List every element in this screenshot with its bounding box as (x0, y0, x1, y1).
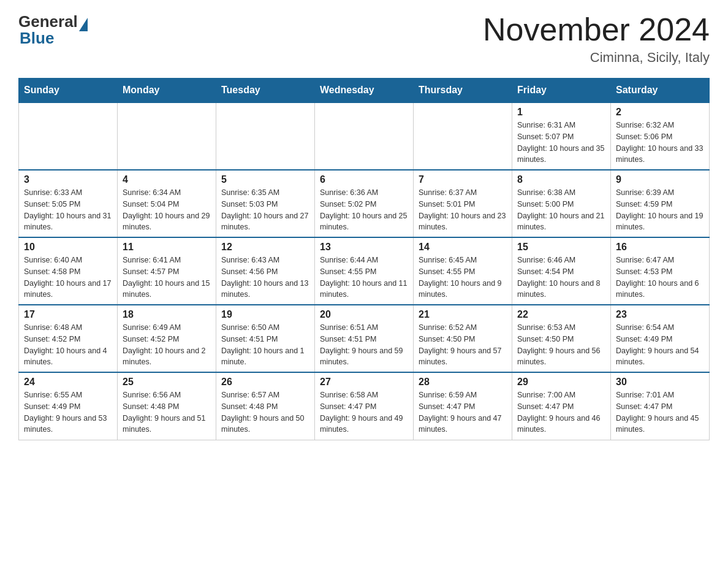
day-info: Sunrise: 6:46 AM Sunset: 4:54 PM Dayligh… (517, 255, 605, 301)
calendar-week-row: 17Sunrise: 6:48 AM Sunset: 4:52 PM Dayli… (19, 305, 710, 372)
day-number: 23 (616, 309, 704, 320)
day-info: Sunrise: 6:49 AM Sunset: 4:52 PM Dayligh… (123, 322, 211, 368)
day-info: Sunrise: 6:53 AM Sunset: 4:50 PM Dayligh… (517, 322, 605, 368)
logo: General Blue (18, 12, 88, 48)
calendar-week-row: 3Sunrise: 6:33 AM Sunset: 5:05 PM Daylig… (19, 170, 710, 237)
calendar-cell (118, 102, 216, 170)
day-info: Sunrise: 6:50 AM Sunset: 4:51 PM Dayligh… (221, 322, 309, 368)
day-number: 29 (517, 377, 605, 388)
day-number: 4 (123, 174, 211, 185)
calendar-header-thursday: Thursday (414, 79, 512, 103)
day-number: 13 (320, 242, 408, 253)
day-number: 11 (123, 242, 211, 253)
day-number: 10 (24, 242, 112, 253)
calendar-header-friday: Friday (512, 79, 611, 103)
day-info: Sunrise: 6:34 AM Sunset: 5:04 PM Dayligh… (123, 187, 211, 233)
calendar-cell: 15Sunrise: 6:46 AM Sunset: 4:54 PM Dayli… (512, 237, 611, 305)
calendar-cell: 14Sunrise: 6:45 AM Sunset: 4:55 PM Dayli… (414, 237, 512, 305)
calendar-cell: 1Sunrise: 6:31 AM Sunset: 5:07 PM Daylig… (512, 102, 611, 170)
day-info: Sunrise: 6:48 AM Sunset: 4:52 PM Dayligh… (24, 322, 112, 368)
calendar-cell: 6Sunrise: 6:36 AM Sunset: 5:02 PM Daylig… (315, 170, 414, 237)
calendar-week-row: 24Sunrise: 6:55 AM Sunset: 4:49 PM Dayli… (19, 372, 710, 440)
calendar-week-row: 10Sunrise: 6:40 AM Sunset: 4:58 PM Dayli… (19, 237, 710, 305)
location-title: Ciminna, Sicily, Italy (483, 50, 710, 66)
day-info: Sunrise: 6:43 AM Sunset: 4:56 PM Dayligh… (221, 255, 309, 301)
day-number: 1 (517, 107, 605, 118)
calendar-cell: 27Sunrise: 6:58 AM Sunset: 4:47 PM Dayli… (315, 372, 414, 440)
day-number: 12 (221, 242, 309, 253)
day-info: Sunrise: 6:51 AM Sunset: 4:51 PM Dayligh… (320, 322, 408, 368)
calendar-cell: 10Sunrise: 6:40 AM Sunset: 4:58 PM Dayli… (19, 237, 118, 305)
calendar-cell: 2Sunrise: 6:32 AM Sunset: 5:06 PM Daylig… (611, 102, 710, 170)
calendar-header-row: SundayMondayTuesdayWednesdayThursdayFrid… (19, 79, 710, 103)
day-number: 9 (616, 174, 704, 185)
calendar-cell: 30Sunrise: 7:01 AM Sunset: 4:47 PM Dayli… (611, 372, 710, 440)
day-number: 5 (221, 174, 309, 185)
calendar-cell: 21Sunrise: 6:52 AM Sunset: 4:50 PM Dayli… (414, 305, 512, 372)
month-title: November 2024 (483, 12, 710, 47)
day-number: 7 (419, 174, 507, 185)
day-number: 25 (123, 377, 211, 388)
day-info: Sunrise: 6:58 AM Sunset: 4:47 PM Dayligh… (320, 389, 408, 435)
calendar-week-row: 1Sunrise: 6:31 AM Sunset: 5:07 PM Daylig… (19, 102, 710, 170)
day-number: 20 (320, 309, 408, 320)
day-number: 24 (24, 377, 112, 388)
calendar-header-wednesday: Wednesday (315, 79, 414, 103)
calendar-cell: 7Sunrise: 6:37 AM Sunset: 5:01 PM Daylig… (414, 170, 512, 237)
calendar-cell: 18Sunrise: 6:49 AM Sunset: 4:52 PM Dayli… (118, 305, 216, 372)
calendar-table: SundayMondayTuesdayWednesdayThursdayFrid… (18, 78, 710, 440)
calendar-cell: 9Sunrise: 6:39 AM Sunset: 4:59 PM Daylig… (611, 170, 710, 237)
day-info: Sunrise: 6:55 AM Sunset: 4:49 PM Dayligh… (24, 389, 112, 435)
day-info: Sunrise: 6:56 AM Sunset: 4:48 PM Dayligh… (123, 389, 211, 435)
calendar-cell: 29Sunrise: 7:00 AM Sunset: 4:47 PM Dayli… (512, 372, 611, 440)
day-number: 18 (123, 309, 211, 320)
calendar-cell: 24Sunrise: 6:55 AM Sunset: 4:49 PM Dayli… (19, 372, 118, 440)
calendar-cell: 13Sunrise: 6:44 AM Sunset: 4:55 PM Dayli… (315, 237, 414, 305)
day-info: Sunrise: 6:36 AM Sunset: 5:02 PM Dayligh… (320, 187, 408, 233)
calendar-cell: 26Sunrise: 6:57 AM Sunset: 4:48 PM Dayli… (216, 372, 315, 440)
calendar-cell: 17Sunrise: 6:48 AM Sunset: 4:52 PM Dayli… (19, 305, 118, 372)
day-number: 14 (419, 242, 507, 253)
calendar-header-sunday: Sunday (19, 79, 118, 103)
calendar-cell (414, 102, 512, 170)
day-info: Sunrise: 6:33 AM Sunset: 5:05 PM Dayligh… (24, 187, 112, 233)
day-number: 3 (24, 174, 112, 185)
day-number: 27 (320, 377, 408, 388)
day-number: 15 (517, 242, 605, 253)
day-number: 2 (616, 107, 704, 118)
calendar-cell: 5Sunrise: 6:35 AM Sunset: 5:03 PM Daylig… (216, 170, 315, 237)
calendar-cell: 22Sunrise: 6:53 AM Sunset: 4:50 PM Dayli… (512, 305, 611, 372)
day-info: Sunrise: 6:41 AM Sunset: 4:57 PM Dayligh… (123, 255, 211, 301)
calendar-header-monday: Monday (118, 79, 216, 103)
day-number: 19 (221, 309, 309, 320)
day-info: Sunrise: 6:32 AM Sunset: 5:06 PM Dayligh… (616, 120, 704, 166)
day-info: Sunrise: 6:37 AM Sunset: 5:01 PM Dayligh… (419, 187, 507, 233)
day-number: 28 (419, 377, 507, 388)
day-info: Sunrise: 6:59 AM Sunset: 4:47 PM Dayligh… (419, 389, 507, 435)
day-number: 22 (517, 309, 605, 320)
calendar-cell (19, 102, 118, 170)
day-info: Sunrise: 6:47 AM Sunset: 4:53 PM Dayligh… (616, 255, 704, 301)
calendar-header-tuesday: Tuesday (216, 79, 315, 103)
page-header: General Blue November 2024 Ciminna, Sici… (18, 12, 710, 66)
calendar-cell: 19Sunrise: 6:50 AM Sunset: 4:51 PM Dayli… (216, 305, 315, 372)
day-number: 17 (24, 309, 112, 320)
day-info: Sunrise: 6:45 AM Sunset: 4:55 PM Dayligh… (419, 255, 507, 301)
calendar-cell: 3Sunrise: 6:33 AM Sunset: 5:05 PM Daylig… (19, 170, 118, 237)
day-info: Sunrise: 6:35 AM Sunset: 5:03 PM Dayligh… (221, 187, 309, 233)
calendar-cell (315, 102, 414, 170)
calendar-cell (216, 102, 315, 170)
day-info: Sunrise: 6:57 AM Sunset: 4:48 PM Dayligh… (221, 389, 309, 435)
day-info: Sunrise: 6:52 AM Sunset: 4:50 PM Dayligh… (419, 322, 507, 368)
day-number: 16 (616, 242, 704, 253)
calendar-cell: 11Sunrise: 6:41 AM Sunset: 4:57 PM Dayli… (118, 237, 216, 305)
title-area: November 2024 Ciminna, Sicily, Italy (483, 12, 710, 66)
day-info: Sunrise: 7:01 AM Sunset: 4:47 PM Dayligh… (616, 389, 704, 435)
calendar-cell: 12Sunrise: 6:43 AM Sunset: 4:56 PM Dayli… (216, 237, 315, 305)
day-number: 30 (616, 377, 704, 388)
day-info: Sunrise: 6:44 AM Sunset: 4:55 PM Dayligh… (320, 255, 408, 301)
day-info: Sunrise: 6:31 AM Sunset: 5:07 PM Dayligh… (517, 120, 605, 166)
day-number: 6 (320, 174, 408, 185)
day-number: 26 (221, 377, 309, 388)
calendar-cell: 25Sunrise: 6:56 AM Sunset: 4:48 PM Dayli… (118, 372, 216, 440)
